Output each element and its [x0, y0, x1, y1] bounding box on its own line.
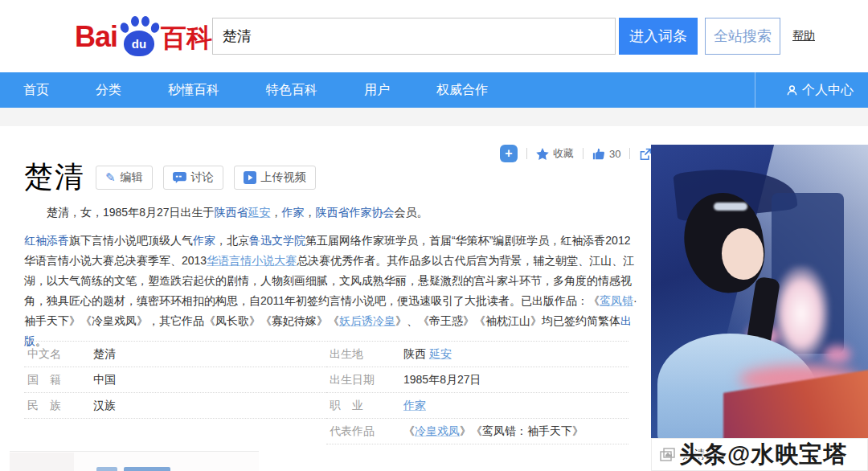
summary-paragraph-1: 楚清，女，1985年8月27日出生于陕西省延安，作家，陕西省作家协会会员。 — [24, 203, 638, 223]
inline-link[interactable]: 鲁迅文学院 — [249, 234, 305, 247]
nav-item-featured[interactable]: 特色百科 — [243, 72, 341, 108]
personal-center-link[interactable]: 个人中心 — [755, 72, 854, 108]
baidu-paw-icon: du — [119, 16, 159, 56]
add-to-button[interactable]: + — [500, 145, 518, 162]
clipped-next-section — [10, 451, 259, 471]
inline-link[interactable]: 妖后诱冷皇 — [339, 314, 395, 327]
enter-entry-button[interactable]: 进入词条 — [619, 18, 698, 55]
info-row-birthplace: 出生地 陕西 延安 — [326, 342, 628, 367]
personal-center-label: 个人中心 — [802, 82, 854, 99]
header: Bai du 百科 进入词条 全站搜索 帮助 — [0, 0, 868, 72]
nav-item-home[interactable]: 首页 — [0, 72, 72, 108]
help-link[interactable]: 帮助 — [792, 29, 815, 43]
info-column-left: 中文名 楚清 国 籍 中国 民 族 汉族 — [24, 342, 326, 444]
pencil-icon: ✎ — [105, 170, 116, 185]
inline-link[interactable]: 鸾凤错 — [600, 294, 633, 307]
nav-item-category[interactable]: 分类 — [72, 72, 145, 108]
lemma-image-column: 楚清 — [651, 145, 868, 471]
inline-link[interactable]: 华语言情小说大赛 — [207, 254, 297, 267]
info-row-chinese-name: 中文名 楚清 — [24, 342, 326, 367]
collect-label: 收藏 — [553, 146, 574, 161]
info-row-birthdate: 出生日期 1985年8月27日 — [326, 367, 628, 393]
main-nav: 首页 分类 秒懂百科 特色百科 用户 权威合作 个人中心 — [0, 72, 868, 108]
collect-button[interactable]: 收藏 — [536, 146, 574, 161]
speech-bubble-icon — [173, 172, 186, 183]
info-row-ethnicity: 民 族 汉族 — [24, 393, 326, 419]
basic-info-table: 中文名 楚清 国 籍 中国 民 族 汉族 出生地 陕西 延安 出生日期 1985… — [24, 341, 628, 444]
lemma-photo[interactable] — [651, 145, 868, 438]
upload-video-button[interactable]: 上传视频 — [234, 166, 316, 190]
like-button[interactable]: 30 — [592, 148, 620, 160]
inline-link[interactable]: 作家 — [193, 234, 215, 247]
inline-link[interactable]: 陕西省 — [215, 206, 248, 219]
like-count: 30 — [609, 148, 620, 160]
summary-paragraph-2: 红袖添香旗下言情小说吧顶级人气作家，北京鲁迅文学院第五届网络作家班学员，首届“华… — [24, 231, 638, 351]
info-row-occupation: 职 业 作家 — [326, 393, 628, 419]
person-icon — [786, 84, 798, 96]
inline-link[interactable]: 陕西省作家协会 — [316, 206, 395, 219]
baidu-baike-logo[interactable]: Bai du 百科 — [75, 16, 212, 56]
discuss-label: 讨论 — [191, 170, 214, 185]
upload-video-label: 上传视频 — [261, 170, 306, 185]
star-icon — [536, 148, 549, 160]
lemma-title-row: 楚清 ✎ 编辑 讨论 上传视频 — [24, 158, 316, 197]
logo-du-text: du — [124, 31, 154, 56]
nav-item-users[interactable]: 用户 — [341, 72, 413, 108]
info-column-right: 出生地 陕西 延安 出生日期 1985年8月27日 职 业 作家 代表作品 《冷… — [326, 342, 628, 444]
inline-link[interactable]: 作家 — [282, 206, 305, 219]
watermark-text: 头条@水映宝塔 — [679, 439, 847, 471]
inline-link[interactable]: 冷皇戏凤 — [415, 424, 460, 437]
logo-bai-text: Bai — [75, 18, 117, 56]
inline-link[interactable]: 作家 — [403, 399, 426, 412]
lemma-action-bar: + 收藏 30 4 — [500, 144, 662, 163]
baidu-baike-page: Bai du 百科 进入词条 全站搜索 帮助 首页 分类 秒懂百科 特色百科 用… — [0, 0, 868, 471]
logo-baike-text: 百科 — [161, 19, 212, 56]
video-play-icon — [244, 171, 256, 184]
site-search-button[interactable]: 全站搜索 — [705, 18, 780, 55]
search-input[interactable] — [212, 18, 616, 55]
discuss-button[interactable]: 讨论 — [163, 166, 223, 190]
lemma-title: 楚清 — [24, 158, 85, 197]
inline-link[interactable]: 红袖添香 — [24, 234, 69, 247]
nav-item-cooperation[interactable]: 权威合作 — [413, 72, 511, 108]
inline-link[interactable]: 延安 — [248, 206, 271, 219]
info-row-major-works: 代表作品 《冷皇戏凤》《鸾凤错：袖手天下》 — [326, 419, 628, 444]
photo-album-icon — [660, 448, 676, 462]
nav-item-miaodong[interactable]: 秒懂百科 — [145, 72, 243, 108]
edit-button[interactable]: ✎ 编辑 — [96, 166, 153, 190]
thumb-up-icon — [592, 148, 605, 160]
lemma-summary: 楚清，女，1985年8月27日出生于陕西省延安，作家，陕西省作家协会会员。 红袖… — [24, 203, 638, 351]
inline-link[interactable]: 延安 — [429, 347, 452, 360]
info-row-nationality: 国 籍 中国 — [24, 367, 326, 393]
header-divider-strip — [0, 108, 868, 126]
edit-label: 编辑 — [121, 170, 143, 185]
